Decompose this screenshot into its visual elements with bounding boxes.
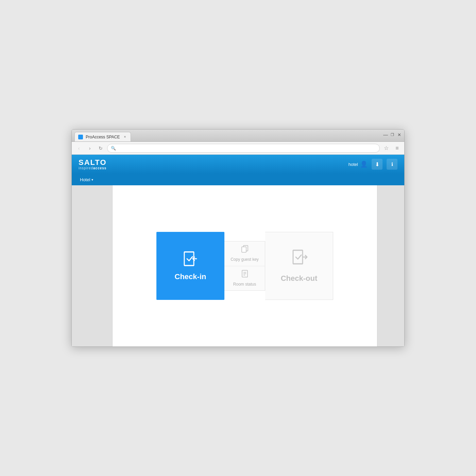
svg-rect-10 bbox=[293, 250, 303, 264]
copy-guest-key-item[interactable]: Copy guest key bbox=[224, 241, 265, 266]
nav-dropdown-icon: ▾ bbox=[91, 178, 93, 182]
download-button[interactable]: ⬇ bbox=[372, 159, 382, 170]
info-icon: ℹ bbox=[391, 162, 393, 167]
browser-menu-button[interactable]: ≡ bbox=[393, 144, 402, 153]
nav-hotel[interactable]: Hotel ▾ bbox=[76, 174, 97, 185]
checkout-door-svg bbox=[290, 249, 308, 267]
copy-guest-key-label: Copy guest key bbox=[231, 257, 259, 262]
checkin-card[interactable]: Check-in bbox=[156, 232, 224, 300]
app-header: SALTO inspiredaccess hotel 👤 ⬇ ℹ bbox=[72, 155, 404, 174]
room-status-icon bbox=[241, 270, 249, 280]
minimize-button[interactable]: — bbox=[383, 132, 388, 137]
tab-close-btn[interactable]: × bbox=[122, 135, 127, 139]
sidebar-right bbox=[377, 185, 404, 346]
back-button[interactable]: ‹ bbox=[74, 144, 83, 153]
address-bar[interactable]: 🔍 bbox=[107, 144, 380, 153]
sidebar-left bbox=[72, 185, 113, 346]
logo-salto: SALTO bbox=[79, 159, 107, 166]
restore-button[interactable]: ❐ bbox=[390, 132, 395, 137]
room-status-item[interactable]: Room status bbox=[224, 266, 265, 291]
user-icon: 👤 bbox=[360, 160, 368, 168]
logo-inspired-text: inspired bbox=[79, 166, 93, 170]
app-content: SALTO inspiredaccess hotel 👤 ⬇ ℹ bbox=[72, 155, 404, 346]
forward-button[interactable]: › bbox=[85, 144, 94, 153]
toolbar-right: ☆ ≡ bbox=[382, 144, 402, 153]
room-status-label: Room status bbox=[233, 282, 256, 287]
app-main: Check-in Copy guest key bbox=[72, 185, 404, 346]
app-logo: SALTO inspiredaccess bbox=[79, 159, 107, 170]
menu-cards: Check-in Copy guest key bbox=[156, 232, 333, 300]
browser-tab[interactable]: ProAccess SPACE × bbox=[74, 132, 131, 141]
browser-toolbar: ‹ › ↻ 🔍 ☆ ≡ bbox=[72, 142, 404, 155]
checkin-icon bbox=[182, 251, 199, 268]
browser-window: ProAccess SPACE × — ❐ ✕ ‹ › ↻ 🔍 ☆ ≡ bbox=[71, 129, 405, 347]
svg-rect-5 bbox=[242, 247, 246, 252]
checkout-icon bbox=[290, 249, 308, 271]
app-nav: Hotel ▾ bbox=[72, 174, 404, 185]
refresh-button[interactable]: ↻ bbox=[96, 144, 105, 153]
checkin-label: Check-in bbox=[175, 272, 206, 281]
checkin-door-svg bbox=[182, 251, 199, 268]
tab-favicon bbox=[78, 135, 83, 139]
browser-titlebar: ProAccess SPACE × — ❐ ✕ bbox=[72, 130, 404, 142]
bookmark-button[interactable]: ☆ bbox=[382, 144, 391, 153]
search-icon: 🔍 bbox=[111, 146, 116, 151]
content-area: Check-in Copy guest key bbox=[113, 185, 377, 346]
checkout-card[interactable]: Check-out bbox=[265, 232, 333, 300]
logo-tagline: inspiredaccess bbox=[79, 166, 107, 170]
logo-access-text: access bbox=[93, 166, 106, 170]
download-icon: ⬇ bbox=[375, 161, 379, 168]
close-button[interactable]: ✕ bbox=[397, 132, 402, 137]
checkout-label: Check-out bbox=[281, 274, 318, 283]
user-name: hotel bbox=[348, 162, 358, 167]
copy-icon bbox=[241, 245, 249, 255]
header-right: hotel 👤 ⬇ ℹ bbox=[348, 159, 397, 170]
submenu-panel: Copy guest key bbox=[224, 241, 265, 291]
info-button[interactable]: ℹ bbox=[387, 159, 397, 170]
header-user: hotel 👤 bbox=[348, 160, 368, 168]
tab-title: ProAccess SPACE bbox=[86, 135, 120, 139]
